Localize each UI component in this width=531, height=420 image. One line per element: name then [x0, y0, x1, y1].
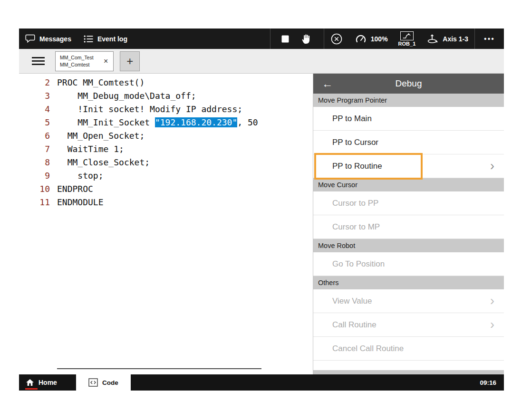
top-status-bar: Messages Event log: [19, 29, 504, 49]
messages-label: Messages: [39, 35, 71, 43]
code-line: 3 MM_Debug_mode\Data_off;: [19, 89, 313, 103]
section-header-move-cursor: Move Cursor: [313, 178, 504, 191]
new-tab-button[interactable]: +: [120, 51, 140, 71]
messages-icon: [25, 34, 35, 43]
more-button[interactable]: •••: [474, 29, 504, 49]
home-active-indicator: [25, 388, 38, 390]
code-text: ENDMODULE: [57, 196, 104, 209]
back-button[interactable]: ←: [322, 78, 333, 89]
main-content: 2 PROC MM_Comtest() 3 MM_Debug_mode\Data…: [19, 74, 504, 374]
code-line: 11 ENDMODULE: [19, 196, 313, 209]
event-log-label: Event log: [97, 35, 127, 43]
code-tab[interactable]: Code: [76, 374, 131, 391]
clock: 09:16: [480, 379, 504, 386]
line-number: 5: [19, 116, 57, 129]
status-group: 100% ROB_1 Axis 1-3: [324, 29, 474, 49]
line-number: 9: [19, 169, 57, 182]
menu-button[interactable]: [29, 52, 48, 71]
messages-button[interactable]: Messages: [19, 29, 77, 49]
code-line: 7 WaitTime 1;: [19, 143, 313, 156]
menu-item-label: View Value: [332, 296, 372, 306]
speed-indicator-button[interactable]: 100%: [349, 29, 394, 49]
code-icon: [88, 378, 98, 387]
tab-close-button[interactable]: ×: [103, 57, 109, 66]
speed-gauge-icon: [355, 34, 367, 44]
line-number: 10: [19, 182, 57, 196]
stop-icon: [281, 35, 289, 43]
axis-label: Axis 1-3: [443, 35, 468, 43]
menu-item-call-routine[interactable]: Call Routine ›: [313, 313, 504, 337]
screen: Messages Event log: [0, 0, 531, 420]
home-icon: [26, 379, 34, 386]
bottom-task-bar: Home Code 09:16: [19, 374, 504, 391]
section-header-move-program-pointer: Move Program Pointer: [313, 94, 504, 107]
code-line: 9 stop;: [19, 169, 313, 182]
code-text: MM_Close_Socket;: [57, 156, 150, 169]
code-line: 5 MM_Init_Socket "192.168.20.230", 50: [19, 116, 313, 129]
code-tab-label: Code: [102, 379, 118, 386]
section-header-move-robot: Move Robot: [313, 239, 504, 252]
menu-item-label: Cursor to MP: [332, 222, 380, 232]
chevron-right-icon: ›: [490, 318, 494, 331]
app-window: Messages Event log: [19, 29, 504, 391]
home-label: Home: [39, 379, 57, 386]
menu-item-view-value[interactable]: View Value ›: [313, 289, 504, 313]
menu-item-label: PP to Routine: [332, 162, 382, 171]
mechunit-button[interactable]: ROB_1: [394, 29, 420, 49]
tab-title-line2: MM_Comtest: [60, 61, 97, 68]
event-log-icon: [84, 35, 93, 43]
partial-section-header: [313, 370, 504, 374]
code-text: WaitTime 1;: [57, 143, 124, 156]
code-text: MM_Init_Socket "192.168.20.230", 50: [57, 116, 258, 129]
home-button[interactable]: Home: [19, 374, 68, 391]
code-editor[interactable]: 2 PROC MM_Comtest() 3 MM_Debug_mode\Data…: [19, 74, 313, 374]
menu-item-go-to-position[interactable]: Go To Position: [313, 252, 504, 276]
robot-icon: [400, 31, 414, 40]
axis-icon: [426, 33, 438, 45]
file-tab[interactable]: MM_Com_Test MM_Comtest ×: [55, 51, 114, 71]
horizontal-scrollbar[interactable]: [57, 368, 261, 369]
menu-item-cursor-to-mp[interactable]: Cursor to MP: [313, 215, 504, 239]
debug-panel-header: ← Debug: [313, 74, 504, 94]
code-text: stop;: [57, 169, 104, 182]
motors-state-button[interactable]: [324, 29, 349, 49]
code-line: 8 MM_Close_Socket;: [19, 156, 313, 169]
debug-panel-title: Debug: [396, 78, 422, 89]
mechunit-label: ROB_1: [398, 41, 416, 47]
menu-item-pp-to-routine[interactable]: PP to Routine ›: [313, 154, 504, 178]
more-icon: •••: [484, 35, 495, 43]
section-header-others: Others: [313, 276, 504, 289]
code-text: MM_Debug_mode\Data_off;: [57, 89, 196, 103]
menu-item-label: Cancel Call Routine: [332, 344, 404, 353]
menu-item-label: PP to Main: [332, 114, 372, 124]
menu-item-pp-to-main[interactable]: PP to Main: [313, 107, 504, 131]
code-text: PROC MM_Comtest(): [57, 76, 145, 89]
menu-item-cursor-to-pp[interactable]: Cursor to PP: [313, 191, 504, 215]
hamburger-icon: [32, 57, 45, 66]
selected-text[interactable]: "192.168.20.230": [155, 117, 237, 127]
debug-panel: ← Debug Move Program Pointer PP to Main …: [313, 74, 504, 374]
line-number: 6: [19, 129, 57, 143]
line-number: 8: [19, 156, 57, 169]
stop-button[interactable]: [275, 29, 295, 49]
menu-item-cancel-call-routine[interactable]: Cancel Call Routine: [313, 337, 504, 361]
editor-tab-bar: MM_Com_Test MM_Comtest × +: [19, 49, 504, 74]
menu-item-pp-to-cursor[interactable]: PP to Cursor: [313, 131, 504, 154]
event-log-button[interactable]: Event log: [77, 29, 134, 49]
line-number: 2: [19, 76, 57, 89]
code-line: 4 !Init socket! Modify IP address;: [19, 103, 313, 116]
menu-item-label: Go To Position: [332, 259, 385, 269]
line-number: 11: [19, 196, 57, 209]
line-number: 4: [19, 103, 57, 116]
code-text: ENDPROC: [57, 182, 93, 196]
jog-button[interactable]: [295, 29, 319, 49]
hand-icon: [301, 33, 313, 45]
code-text: MM_Open_Socket;: [57, 129, 145, 143]
axis-selector-button[interactable]: Axis 1-3: [420, 29, 474, 49]
chevron-right-icon: ›: [490, 295, 494, 307]
code-line: 10 ENDPROC: [19, 182, 313, 196]
code-line: 2 PROC MM_Comtest(): [19, 76, 313, 89]
chevron-right-icon: ›: [490, 160, 494, 172]
spacer: [131, 374, 480, 391]
code-text: !Init socket! Modify IP address;: [57, 103, 242, 116]
